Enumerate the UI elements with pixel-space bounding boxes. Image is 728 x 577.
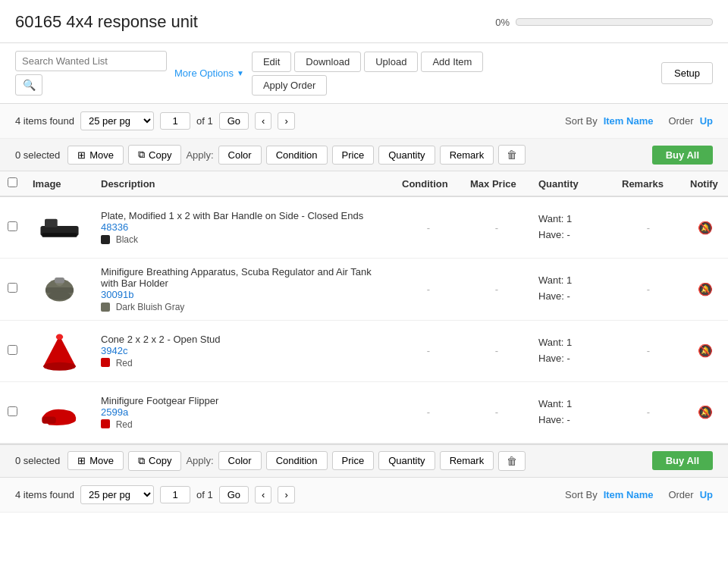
search-input[interactable] [15, 51, 167, 71]
page-input-top[interactable] [160, 112, 190, 130]
table-row: Minifigure Breathing Apparatus, Scuba Re… [0, 259, 728, 321]
row-select-1[interactable] [8, 221, 17, 231]
color-button-top[interactable]: Color [218, 146, 262, 165]
notify-icon-1[interactable]: 🔕 [698, 221, 713, 234]
condition-button-bottom[interactable]: Condition [266, 451, 328, 470]
row-maxprice-3: - [463, 320, 531, 381]
part-link-2[interactable]: 30091b [101, 289, 133, 300]
page-title: 60165 4x4 response unit [15, 12, 198, 32]
row-maxprice-4: - [463, 381, 531, 443]
remark-button-top[interactable]: Remark [440, 146, 494, 165]
header-image: Image [25, 171, 93, 196]
row-notify-2[interactable]: 🔕 [682, 259, 728, 321]
download-button[interactable]: Download [294, 52, 361, 72]
items-table: Image Description Condition Max Price Qu… [0, 171, 728, 444]
order-label-top: Order [668, 115, 693, 127]
bulk-bar-bottom: 0 selected ⊞ Move ⧉ Copy Apply: Color Co… [0, 444, 728, 478]
buy-all-button-bottom[interactable]: Buy All [652, 451, 713, 470]
prev-button-bottom[interactable]: ‹ [255, 486, 271, 503]
part-link-3[interactable]: 3942c [101, 345, 127, 356]
color-button-bottom[interactable]: Color [218, 451, 262, 470]
delete-button-bottom[interactable]: 🗑 [498, 451, 526, 471]
apply-label-bottom: Apply: [186, 455, 213, 466]
color-label-4: Red [116, 419, 133, 429]
header-maxprice: Max Price [463, 171, 531, 196]
notify-icon-3[interactable]: 🔕 [698, 344, 713, 357]
row-select-3[interactable] [8, 345, 17, 355]
order-value-bottom[interactable]: Up [700, 489, 713, 500]
row-notify-4[interactable]: 🔕 [682, 381, 728, 443]
quantity-button-bottom[interactable]: Quantity [378, 451, 435, 470]
sort-by-label-top: Sort By [565, 115, 598, 127]
row-checkbox-3[interactable] [0, 320, 25, 381]
row-checkbox-2[interactable] [0, 259, 25, 321]
row-checkbox-4[interactable] [0, 381, 25, 443]
per-page-select-bottom[interactable]: 25 per pg 10 per pg 50 per pg 100 per pg [80, 485, 154, 504]
row-quantity-2: Want: 1 Have: - [531, 259, 614, 321]
svg-rect-11 [42, 416, 56, 423]
row-notify-3[interactable]: 🔕 [682, 320, 728, 381]
row-image-4 [25, 381, 93, 443]
svg-rect-2 [42, 233, 77, 237]
color-label-3: Red [116, 357, 133, 368]
copy-button-bottom[interactable]: ⧉ Copy [128, 451, 181, 471]
go-button-top[interactable]: Go [219, 112, 249, 130]
row-remarks-2: - [614, 259, 682, 321]
bulk-bar-top: 0 selected ⊞ Move ⧉ Copy Apply: Color Co… [0, 139, 728, 171]
sort-by-value-bottom[interactable]: Item Name [604, 489, 654, 500]
part-link-4[interactable]: 2599a [101, 406, 128, 418]
of-total-bottom: of 1 [196, 489, 213, 500]
order-value-top[interactable]: Up [700, 115, 713, 127]
notify-icon-2[interactable]: 🔕 [698, 283, 713, 296]
go-button-bottom[interactable]: Go [219, 486, 249, 503]
page-input-bottom[interactable] [160, 486, 190, 503]
svg-point-10 [55, 334, 62, 339]
move-icon-bottom: ⊞ [77, 455, 86, 466]
svg-marker-8 [43, 335, 76, 366]
selected-count-bottom: 0 selected [15, 455, 60, 466]
setup-button[interactable]: Setup [661, 62, 713, 84]
row-notify-1[interactable]: 🔕 [682, 196, 728, 259]
row-remarks-3: - [614, 320, 682, 381]
header-checkbox [0, 171, 25, 196]
row-select-2[interactable] [8, 283, 17, 293]
remark-button-bottom[interactable]: Remark [440, 451, 494, 470]
buy-all-button-top[interactable]: Buy All [652, 146, 713, 165]
move-button-bottom[interactable]: ⊞ Move [67, 451, 124, 470]
row-maxprice-2: - [463, 259, 531, 321]
row-condition-1: - [394, 196, 463, 259]
prev-button-top[interactable]: ‹ [255, 112, 271, 130]
upload-button[interactable]: Upload [364, 52, 418, 72]
next-button-top[interactable]: › [278, 112, 294, 130]
row-quantity-1: Want: 1 Have: - [531, 196, 614, 259]
add-item-button[interactable]: Add Item [421, 52, 483, 72]
row-select-4[interactable] [8, 406, 17, 416]
select-all-checkbox[interactable] [8, 177, 17, 187]
next-button-bottom[interactable]: › [278, 486, 294, 503]
row-checkbox-1[interactable] [0, 196, 25, 259]
quantity-button-top[interactable]: Quantity [378, 146, 435, 165]
more-options-button[interactable]: More Options [174, 67, 244, 79]
svg-rect-6 [55, 278, 64, 283]
part-link-1[interactable]: 48336 [101, 221, 128, 233]
price-button-top[interactable]: Price [332, 146, 375, 165]
sort-by-value-top[interactable]: Item Name [604, 115, 654, 127]
move-button-top[interactable]: ⊞ Move [67, 146, 124, 165]
row-desc-3: Cone 2 x 2 x 2 - Open Stud 3942c Red [93, 320, 394, 381]
per-page-select-top[interactable]: 25 per pg 10 per pg 50 per pg 100 per pg [80, 111, 154, 130]
edit-button[interactable]: Edit [252, 52, 291, 72]
condition-button-top[interactable]: Condition [266, 146, 328, 165]
toolbar: 🔍 More Options Edit Download Upload Add … [0, 43, 728, 104]
table-row: Cone 2 x 2 x 2 - Open Stud 3942c Red - -… [0, 320, 728, 381]
row-condition-3: - [394, 320, 463, 381]
notify-icon-4[interactable]: 🔕 [698, 406, 713, 419]
price-button-bottom[interactable]: Price [332, 451, 375, 470]
delete-button-top[interactable]: 🗑 [498, 145, 526, 165]
search-button[interactable]: 🔍 [15, 74, 42, 96]
header-condition: Condition [394, 171, 463, 196]
header-notify: Notify [682, 171, 728, 196]
apply-order-button[interactable]: Apply Order [252, 75, 327, 96]
color-dot-1 [101, 235, 110, 244]
copy-icon-top: ⧉ [138, 149, 145, 161]
copy-button-top[interactable]: ⧉ Copy [128, 145, 181, 165]
